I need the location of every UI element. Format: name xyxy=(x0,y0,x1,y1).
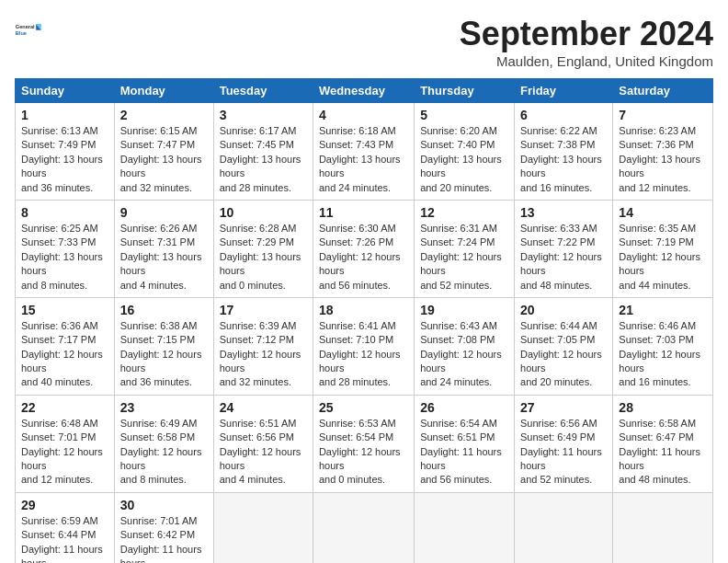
calendar-header-row: SundayMondayTuesdayWednesdayThursdayFrid… xyxy=(16,79,713,103)
day-number: 21 xyxy=(619,303,707,317)
day-info: Sunrise: 6:48 AMSunset: 7:01 PMDaylight:… xyxy=(21,417,108,488)
calendar-cell: 14 Sunrise: 6:35 AMSunset: 7:19 PMDaylig… xyxy=(613,200,713,297)
calendar-cell: 1 Sunrise: 6:13 AMSunset: 7:49 PMDayligh… xyxy=(16,103,115,201)
day-number: 4 xyxy=(319,108,408,122)
day-number: 18 xyxy=(319,303,408,317)
calendar-week-row: 29 Sunrise: 6:59 AMSunset: 6:44 PMDaylig… xyxy=(16,492,713,563)
day-info: Sunrise: 6:30 AMSunset: 7:26 PMDaylight:… xyxy=(319,222,408,293)
day-info: Sunrise: 6:22 AMSunset: 7:38 PMDaylight:… xyxy=(520,124,607,195)
calendar-cell: 24 Sunrise: 6:51 AMSunset: 6:56 PMDaylig… xyxy=(213,395,313,492)
day-number: 17 xyxy=(220,303,307,317)
page-header: GeneralBlue September 2024 Maulden, Engl… xyxy=(15,15,713,69)
calendar-cell: 21 Sunrise: 6:46 AMSunset: 7:03 PMDaylig… xyxy=(613,297,713,395)
day-number: 15 xyxy=(21,303,108,317)
day-info: Sunrise: 6:25 AMSunset: 7:33 PMDaylight:… xyxy=(21,222,108,293)
calendar-cell: 3 Sunrise: 6:17 AMSunset: 7:45 PMDayligh… xyxy=(213,103,313,201)
calendar-cell: 8 Sunrise: 6:25 AMSunset: 7:33 PMDayligh… xyxy=(16,200,115,297)
logo-icon: GeneralBlue xyxy=(15,15,44,44)
calendar-cell: 5 Sunrise: 6:20 AMSunset: 7:40 PMDayligh… xyxy=(415,103,515,201)
calendar-cell: 15 Sunrise: 6:36 AMSunset: 7:17 PMDaylig… xyxy=(16,297,115,395)
location: Maulden, England, United Kingdom xyxy=(460,53,713,69)
day-number: 3 xyxy=(220,108,307,122)
day-number: 27 xyxy=(520,400,607,415)
day-number: 8 xyxy=(21,205,108,220)
calendar-cell: 20 Sunrise: 6:44 AMSunset: 7:05 PMDaylig… xyxy=(515,297,613,395)
day-info: Sunrise: 6:35 AMSunset: 7:19 PMDaylight:… xyxy=(619,222,707,293)
day-info: Sunrise: 6:39 AMSunset: 7:12 PMDaylight:… xyxy=(220,319,307,390)
day-info: Sunrise: 6:46 AMSunset: 7:03 PMDaylight:… xyxy=(619,319,707,390)
calendar-cell: 7 Sunrise: 6:23 AMSunset: 7:36 PMDayligh… xyxy=(613,103,713,201)
day-number: 29 xyxy=(21,498,108,512)
day-number: 16 xyxy=(120,303,208,317)
day-info: Sunrise: 6:44 AMSunset: 7:05 PMDaylight:… xyxy=(520,319,607,390)
calendar-week-row: 8 Sunrise: 6:25 AMSunset: 7:33 PMDayligh… xyxy=(16,200,713,297)
logo: GeneralBlue xyxy=(15,15,44,44)
calendar-cell: 30 Sunrise: 7:01 AMSunset: 6:42 PMDaylig… xyxy=(114,492,213,563)
day-number: 1 xyxy=(21,108,108,122)
day-info: Sunrise: 6:31 AMSunset: 7:24 PMDaylight:… xyxy=(420,222,508,293)
svg-text:Blue: Blue xyxy=(16,30,27,36)
calendar-cell: 6 Sunrise: 6:22 AMSunset: 7:38 PMDayligh… xyxy=(515,103,613,201)
calendar-cell: 27 Sunrise: 6:56 AMSunset: 6:49 PMDaylig… xyxy=(515,395,613,492)
month-title: September 2024 xyxy=(460,15,713,53)
calendar-cell: 19 Sunrise: 6:43 AMSunset: 7:08 PMDaylig… xyxy=(415,297,515,395)
column-header-tuesday: Tuesday xyxy=(213,79,313,103)
day-number: 6 xyxy=(520,108,607,122)
day-number: 13 xyxy=(520,205,607,220)
day-number: 2 xyxy=(120,108,208,122)
calendar-week-row: 1 Sunrise: 6:13 AMSunset: 7:49 PMDayligh… xyxy=(16,103,713,201)
day-info: Sunrise: 6:49 AMSunset: 6:58 PMDaylight:… xyxy=(120,417,208,488)
day-info: Sunrise: 6:38 AMSunset: 7:15 PMDaylight:… xyxy=(120,319,208,390)
calendar-cell: 12 Sunrise: 6:31 AMSunset: 7:24 PMDaylig… xyxy=(415,200,515,297)
calendar-cell xyxy=(313,492,414,563)
day-info: Sunrise: 6:26 AMSunset: 7:31 PMDaylight:… xyxy=(120,222,208,293)
day-info: Sunrise: 6:58 AMSunset: 6:47 PMDaylight:… xyxy=(619,417,707,488)
svg-text:General: General xyxy=(16,24,35,29)
calendar-cell xyxy=(415,492,515,563)
calendar-cell: 23 Sunrise: 6:49 AMSunset: 6:58 PMDaylig… xyxy=(114,395,213,492)
calendar-cell: 9 Sunrise: 6:26 AMSunset: 7:31 PMDayligh… xyxy=(114,200,213,297)
day-number: 24 xyxy=(220,400,307,415)
day-number: 20 xyxy=(520,303,607,317)
day-number: 14 xyxy=(619,205,707,220)
column-header-thursday: Thursday xyxy=(415,79,515,103)
calendar-cell xyxy=(213,492,313,563)
calendar-cell: 29 Sunrise: 6:59 AMSunset: 6:44 PMDaylig… xyxy=(16,492,115,563)
day-number: 5 xyxy=(420,108,508,122)
day-info: Sunrise: 6:43 AMSunset: 7:08 PMDaylight:… xyxy=(420,319,508,390)
day-info: Sunrise: 6:15 AMSunset: 7:47 PMDaylight:… xyxy=(120,124,208,195)
calendar-cell: 18 Sunrise: 6:41 AMSunset: 7:10 PMDaylig… xyxy=(313,297,414,395)
calendar-cell xyxy=(515,492,613,563)
day-info: Sunrise: 6:18 AMSunset: 7:43 PMDaylight:… xyxy=(319,124,408,195)
day-number: 22 xyxy=(21,400,108,415)
column-header-monday: Monday xyxy=(114,79,213,103)
day-info: Sunrise: 6:59 AMSunset: 6:44 PMDaylight:… xyxy=(21,514,108,563)
day-info: Sunrise: 6:28 AMSunset: 7:29 PMDaylight:… xyxy=(220,222,307,293)
day-number: 28 xyxy=(619,400,707,415)
column-header-wednesday: Wednesday xyxy=(313,79,414,103)
day-info: Sunrise: 6:13 AMSunset: 7:49 PMDaylight:… xyxy=(21,124,108,195)
column-header-saturday: Saturday xyxy=(613,79,713,103)
day-number: 11 xyxy=(319,205,408,220)
day-number: 26 xyxy=(420,400,508,415)
day-info: Sunrise: 6:54 AMSunset: 6:51 PMDaylight:… xyxy=(420,417,508,488)
day-number: 12 xyxy=(420,205,508,220)
day-number: 10 xyxy=(220,205,307,220)
calendar-cell: 11 Sunrise: 6:30 AMSunset: 7:26 PMDaylig… xyxy=(313,200,414,297)
day-number: 23 xyxy=(120,400,208,415)
day-number: 25 xyxy=(319,400,408,415)
calendar-week-row: 15 Sunrise: 6:36 AMSunset: 7:17 PMDaylig… xyxy=(16,297,713,395)
calendar-week-row: 22 Sunrise: 6:48 AMSunset: 7:01 PMDaylig… xyxy=(16,395,713,492)
calendar-cell: 16 Sunrise: 6:38 AMSunset: 7:15 PMDaylig… xyxy=(114,297,213,395)
column-header-friday: Friday xyxy=(515,79,613,103)
calendar-cell: 26 Sunrise: 6:54 AMSunset: 6:51 PMDaylig… xyxy=(415,395,515,492)
day-info: Sunrise: 6:51 AMSunset: 6:56 PMDaylight:… xyxy=(220,417,307,488)
day-number: 30 xyxy=(120,498,208,512)
calendar-cell: 2 Sunrise: 6:15 AMSunset: 7:47 PMDayligh… xyxy=(114,103,213,201)
day-info: Sunrise: 6:53 AMSunset: 6:54 PMDaylight:… xyxy=(319,417,408,488)
day-info: Sunrise: 6:33 AMSunset: 7:22 PMDaylight:… xyxy=(520,222,607,293)
calendar-table: SundayMondayTuesdayWednesdayThursdayFrid… xyxy=(15,78,713,563)
calendar-cell: 4 Sunrise: 6:18 AMSunset: 7:43 PMDayligh… xyxy=(313,103,414,201)
calendar-cell: 25 Sunrise: 6:53 AMSunset: 6:54 PMDaylig… xyxy=(313,395,414,492)
day-info: Sunrise: 7:01 AMSunset: 6:42 PMDaylight:… xyxy=(120,514,208,563)
